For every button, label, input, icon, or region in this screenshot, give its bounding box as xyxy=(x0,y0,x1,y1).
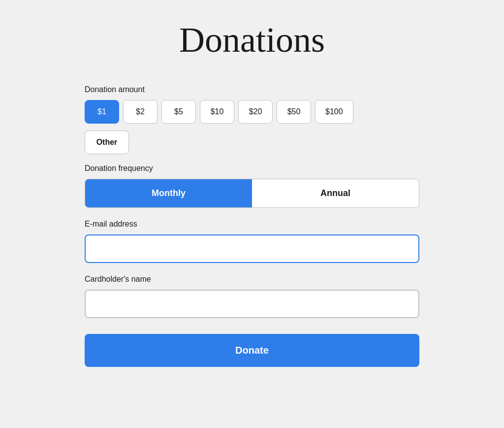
amount-buttons-row: $1 $2 $5 $10 $20 $50 $100 xyxy=(85,100,419,124)
donate-button[interactable]: Donate xyxy=(85,334,419,367)
amount-btn-10[interactable]: $10 xyxy=(200,100,234,124)
freq-btn-monthly[interactable]: Monthly xyxy=(85,179,252,207)
amount-btn-5[interactable]: $5 xyxy=(161,100,196,124)
freq-btn-annual[interactable]: Annual xyxy=(252,179,419,207)
amount-btn-50[interactable]: $50 xyxy=(277,100,311,124)
email-section: E-mail address xyxy=(85,220,419,263)
cardholder-label: Cardholder's name xyxy=(85,275,419,284)
cardholder-input[interactable] xyxy=(85,290,419,318)
amount-btn-other[interactable]: Other xyxy=(85,131,129,154)
amount-btn-2[interactable]: $2 xyxy=(123,100,158,124)
donation-amount-label: Donation amount xyxy=(85,85,419,94)
donation-frequency-section: Donation frequency Monthly Annual xyxy=(85,164,419,208)
email-input[interactable] xyxy=(85,234,419,263)
amount-btn-1[interactable]: $1 xyxy=(85,100,119,124)
donation-form: Donation amount $1 $2 $5 $10 $20 $50 $10… xyxy=(85,85,419,367)
email-label: E-mail address xyxy=(85,220,419,229)
amount-btn-20[interactable]: $20 xyxy=(238,100,273,124)
donation-frequency-label: Donation frequency xyxy=(85,164,419,173)
frequency-toggle: Monthly Annual xyxy=(85,179,419,208)
donation-amount-section: Donation amount $1 $2 $5 $10 $20 $50 $10… xyxy=(85,85,419,154)
page-title: Donations xyxy=(179,20,325,61)
cardholder-section: Cardholder's name xyxy=(85,275,419,318)
amount-btn-100[interactable]: $100 xyxy=(315,100,353,124)
